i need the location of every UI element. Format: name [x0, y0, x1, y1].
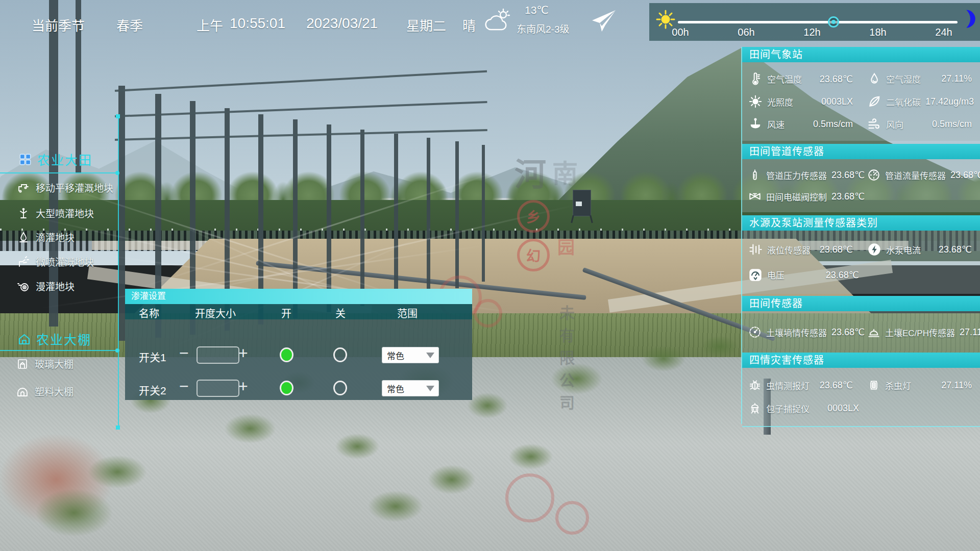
time-slider-handle[interactable]	[828, 16, 839, 28]
sidebar-item-flood-irrigation[interactable]: 漫灌地块	[17, 279, 75, 293]
season-label: 当前季节	[32, 15, 85, 34]
light-icon	[748, 94, 763, 109]
sensor-value: 23.68℃	[950, 169, 980, 181]
field-station-cabinet	[573, 190, 591, 216]
sensor-label: 风速	[767, 118, 785, 131]
sidebar-group-greenhouse: 农业大棚	[17, 330, 91, 348]
col-opening: 开度大小	[195, 306, 236, 320]
period-label: 上午	[197, 15, 223, 34]
switch-2-opening-input[interactable]	[197, 380, 239, 397]
co2-leaf-icon	[867, 94, 881, 109]
sidebar-item-mobile-irrigation[interactable]: 移动平移灌溉地块	[17, 181, 113, 194]
scene-pole	[118, 86, 125, 341]
sidebar-item-label: 塑料大棚	[35, 384, 74, 398]
sidebar-item-label: 滴灌地块	[36, 230, 75, 244]
flood-irrigation-icon	[17, 280, 30, 292]
sensor-value: 0003LX	[827, 403, 867, 414]
sensor-item: 虫情测报灯 23.68℃	[742, 379, 861, 392]
sidebar-item-large-sprinkler[interactable]: 大型喷灌地块	[17, 206, 94, 220]
sensor-value: 23.68℃	[939, 244, 980, 255]
switch-1-minus-button[interactable]: −	[179, 346, 189, 360]
sensor-value: 23.68℃	[820, 73, 861, 85]
sensor-label: 管道流量传感器	[885, 169, 946, 182]
sidebar-item-micro-spray[interactable]: 微喷灌溉地块	[17, 255, 94, 268]
sensor-row: 虫情测报灯 23.68℃ 杀虫灯 27.11%	[742, 379, 980, 392]
switch-1-name: 开关1	[139, 349, 166, 364]
switch-1-on-radio[interactable]	[280, 347, 293, 362]
time-of-day-panel: 00h 06h 12h 18h 24h	[649, 3, 980, 41]
sensor-value: 27.11%	[960, 327, 980, 338]
plastic-greenhouse-icon	[16, 385, 29, 397]
panel-title: 渗灌设置	[125, 289, 472, 304]
switch-2-minus-button[interactable]: −	[179, 379, 189, 393]
time-tick-label: 06h	[738, 27, 754, 38]
date-text: 2023/03/21	[306, 15, 378, 32]
sidebar-item-label: 玻璃大棚	[35, 357, 74, 370]
time-slider-track[interactable]	[678, 21, 958, 23]
cloud-sun-icon	[484, 8, 512, 34]
solenoid-valve-icon	[748, 190, 762, 203]
humidity-icon	[867, 72, 881, 86]
sensor-item: 水泵电流 23.68℃	[861, 242, 980, 257]
sidebar-underline	[0, 350, 117, 351]
section-disaster-sensors: 四情灾害传感器 虫情测报灯 23.68℃	[742, 353, 980, 427]
sensor-item: 液位传感器 23.68℃	[742, 242, 861, 257]
sidebar-item-label: 大型喷灌地块	[36, 206, 94, 220]
section-body: 管道压力传感器 23.68℃ 管道流量传感器 23.68℃	[742, 159, 980, 212]
soil-ecph-icon	[867, 325, 880, 339]
switch-1-plus-button[interactable]: +	[238, 346, 248, 360]
switch-2-off-radio[interactable]	[333, 381, 347, 395]
voltage-icon	[748, 268, 763, 282]
sensor-label: 田间电磁阀控制	[766, 190, 827, 203]
sensor-item: 田间电磁阀控制 23.68℃	[742, 190, 867, 203]
weather-text: 晴	[462, 15, 476, 34]
section-title: 田间气象站	[742, 47, 980, 62]
thermometer-icon	[748, 72, 763, 86]
switch-2-range-select[interactable]: 常色	[382, 380, 439, 396]
chevron-down-icon	[426, 353, 434, 358]
scene-tuft	[214, 408, 286, 449]
switch-1-opening-input[interactable]	[197, 346, 239, 364]
section-weather-station: 田间气象站 空气温度 23.68℃	[742, 47, 980, 141]
sensor-item: 风向 0.5ms/cm	[861, 117, 980, 132]
sensor-label: 水泵电流	[886, 243, 921, 256]
paper-plane-button[interactable]	[590, 9, 617, 34]
sensor-label: 虫情测报灯	[766, 379, 810, 392]
sidebar-group-field: 农业大田	[18, 150, 92, 168]
switch-1-off-radio[interactable]	[333, 347, 347, 362]
sensor-label: 土壤EC/PH传感器	[885, 326, 955, 339]
weekday-text: 星期二	[406, 15, 446, 34]
wind-speed-icon	[748, 117, 763, 132]
scene-pole	[394, 134, 398, 300]
sensor-label: 杀虫灯	[885, 379, 911, 392]
sensor-label: 二氧化碳	[886, 95, 921, 108]
section-body: 土壤墒情传感器 23.68℃ 土壤EC/PH传感器 27.11%	[742, 311, 980, 353]
section-field-sensors: 田间传感器 土壤墒情传感器 23.68℃ 土壤EC/PH传感器	[742, 296, 980, 353]
sensor-label: 风向	[886, 118, 903, 131]
scene-pole	[360, 130, 364, 306]
switch-2-plus-button[interactable]: +	[238, 379, 248, 393]
sensor-row: 包子捕捉仪 0003LX	[742, 402, 980, 415]
sensor-row: 电压 23.68℃	[742, 268, 980, 282]
large-sprinkler-icon	[17, 207, 30, 219]
drip-irrigation-icon	[17, 231, 30, 243]
sensor-row: 管道压力传感器 23.68℃ 管道流量传感器 23.68℃	[742, 168, 980, 182]
sensor-value: 27.11%	[941, 380, 980, 391]
col-off: 关	[335, 306, 346, 320]
time-tick-label: 12h	[803, 27, 820, 38]
switch-1-range-select[interactable]: 常色	[382, 347, 439, 363]
wind-direction-icon	[867, 117, 881, 132]
sensor-item: 土壤墒情传感器 23.68℃	[742, 325, 861, 339]
insect-monitor-icon	[748, 379, 762, 392]
panel-header-row: 名称 开度大小 开 关 范围	[125, 304, 472, 319]
chevron-down-icon	[426, 386, 434, 391]
sidebar-item-drip-irrigation[interactable]: 滴灌地块	[17, 230, 75, 244]
sensor-item: 空气温度 23.68℃	[742, 72, 861, 86]
sensor-item: 管道压力传感器 23.68℃	[742, 168, 861, 182]
sidebar-item-glass-greenhouse[interactable]: 玻璃大棚	[16, 357, 74, 370]
sidebar-item-label: 移动平移灌溉地块	[36, 181, 113, 194]
greenhouse-icon	[17, 332, 31, 346]
switch-2-on-radio[interactable]	[280, 381, 293, 395]
mobile-irrigation-icon	[17, 182, 30, 194]
sidebar-item-plastic-greenhouse[interactable]: 塑料大棚	[16, 384, 74, 398]
